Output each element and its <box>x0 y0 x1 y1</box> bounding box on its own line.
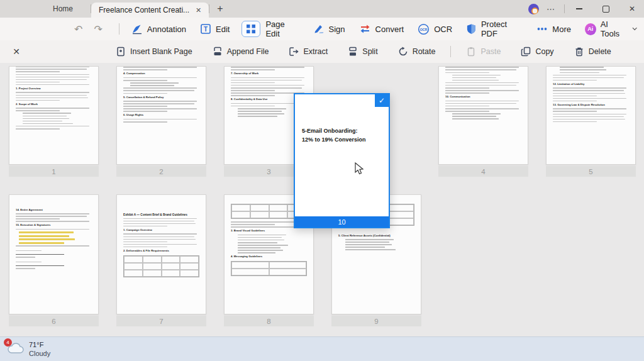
paste-button[interactable]: Paste <box>466 47 501 57</box>
close-button[interactable]: ✕ <box>620 0 644 18</box>
text-line <box>16 218 60 219</box>
protect-pdf-label: Protect PDF <box>481 19 523 38</box>
append-file-button[interactable]: Append File <box>213 47 269 57</box>
page-content: 14. Entire Agreement15. Execution & Sign… <box>9 195 98 275</box>
ai-tools-button[interactable]: Ai AI Tools <box>585 19 637 38</box>
text-line <box>23 113 71 114</box>
text-line <box>16 69 87 70</box>
page-heading-text: 5. Cancellation & Refund Policy <box>123 96 199 99</box>
page-preview: 11. Force Majeure12. Limitation of Liabi… <box>546 66 636 165</box>
text-line <box>231 80 302 81</box>
more-label: More <box>552 25 571 34</box>
convert-button[interactable]: Convert <box>359 23 404 35</box>
text-line <box>123 90 194 91</box>
paste-label: Paste <box>480 47 501 56</box>
more-button[interactable]: More <box>536 23 571 35</box>
paragraph-lines <box>553 108 629 112</box>
split-button[interactable]: Split <box>348 47 377 57</box>
undo-icon[interactable]: ↶ <box>74 23 82 35</box>
extract-button[interactable]: Extract <box>289 47 328 57</box>
account-avatar[interactable] <box>528 4 539 14</box>
minimize-button[interactable] <box>567 0 591 18</box>
text-line <box>16 82 60 83</box>
selected-check-icon[interactable]: ✓ <box>375 94 389 107</box>
text-line <box>16 257 35 258</box>
text-line <box>238 252 276 253</box>
tab-home[interactable]: Home <box>35 0 91 18</box>
page-edit-label: Page Edit <box>265 19 299 38</box>
page-heading-text: 4. Messaging Guidelines <box>231 255 307 258</box>
text-line <box>238 113 284 114</box>
text-line <box>238 240 284 241</box>
tab-home-label: Home <box>53 4 73 13</box>
app-menu-icon[interactable]: ⋯ <box>547 4 555 14</box>
page-thumbnail[interactable]: 11. Force Majeure12. Limitation of Liabi… <box>546 66 636 177</box>
divider <box>450 46 451 57</box>
tab-close-icon[interactable]: ✕ <box>196 7 201 14</box>
text-line <box>452 118 499 119</box>
text-line <box>123 93 167 94</box>
page-edit-grid-icon <box>245 23 257 35</box>
text-line <box>16 110 60 111</box>
text-line <box>123 87 197 89</box>
page-thumbnail[interactable]: Freelance Content Creation Agreement1. P… <box>9 66 99 177</box>
append-file-label: Append File <box>227 47 269 56</box>
text-line <box>16 262 42 263</box>
text-line <box>130 82 179 84</box>
text-line <box>445 103 516 104</box>
table-cell <box>250 204 269 211</box>
new-tab-button[interactable]: + <box>209 3 230 14</box>
edit-button[interactable]: T Edit <box>200 23 230 35</box>
page-thumbnail[interactable]: 14. Entire Agreement15. Execution & Sign… <box>9 194 99 326</box>
page-thumbnail[interactable]: 3. Project Timeline4. Compensation5. Can… <box>116 66 206 177</box>
insert-blank-page-button[interactable]: Insert Blank Page <box>116 47 192 57</box>
text-line <box>553 96 597 97</box>
text-line <box>238 116 277 117</box>
text-line <box>560 72 599 74</box>
text-line <box>16 268 35 269</box>
sign-button[interactable]: Sign <box>313 23 345 35</box>
convert-icon <box>359 23 371 35</box>
table-placeholder <box>231 261 307 276</box>
page-edit-button[interactable] <box>242 21 260 37</box>
maximize-button[interactable] <box>594 0 618 18</box>
table-cell <box>143 270 162 277</box>
delete-button[interactable]: Delete <box>574 47 611 57</box>
weather-widget[interactable]: 4 71°F Cloudy <box>6 341 50 358</box>
rotate-button[interactable]: Rotate <box>398 47 436 57</box>
text-line <box>123 69 167 70</box>
page-heading-text: 2. Scope of Work <box>16 103 92 106</box>
table-cell <box>231 211 250 218</box>
page-thumbnail[interactable]: Exhibit A — Content Brief & Brand Guidel… <box>116 194 206 326</box>
text-line <box>130 85 174 86</box>
paragraph-lines <box>16 77 92 83</box>
page-preview: 14. Entire Agreement15. Execution & Sign… <box>9 194 99 314</box>
dragged-page-10[interactable]: ✓ 5-Email Onboarding: 12% to 19% Convers… <box>294 93 390 228</box>
page-number-badge: 2 <box>116 166 206 177</box>
tab-document[interactable]: Freelance Content Creati... ✕ <box>91 3 209 18</box>
paragraph-lines <box>231 77 307 84</box>
page-thumbnail[interactable]: 9. Revision Policy10. Communication4 <box>438 66 528 177</box>
paragraph-lines <box>445 90 521 94</box>
table-cell <box>250 211 269 218</box>
table-cell <box>180 263 199 270</box>
paragraph-lines <box>123 67 199 70</box>
page-heading-text: 2. Deliverables & File Requirements <box>123 250 199 253</box>
page-number-badge: 7 <box>116 316 206 326</box>
ocr-button[interactable]: OCR OCR <box>418 23 452 35</box>
exit-page-edit-button[interactable]: ✕ <box>9 47 24 57</box>
page-number-badge: 1 <box>9 166 99 177</box>
paragraph-lines <box>123 108 199 112</box>
text-line <box>452 75 501 76</box>
delete-label: Delete <box>589 47 611 56</box>
redo-icon[interactable]: ↷ <box>94 23 102 35</box>
text-line <box>16 128 60 130</box>
text-line <box>16 108 89 109</box>
protect-pdf-button[interactable]: Protect PDF <box>466 19 523 38</box>
text-line <box>231 67 304 68</box>
annotation-button[interactable]: Annotation <box>131 23 186 35</box>
ocr-label: OCR <box>434 25 452 34</box>
text-line <box>19 238 75 240</box>
copy-button[interactable]: Copy <box>521 47 553 57</box>
text-line <box>123 80 167 81</box>
